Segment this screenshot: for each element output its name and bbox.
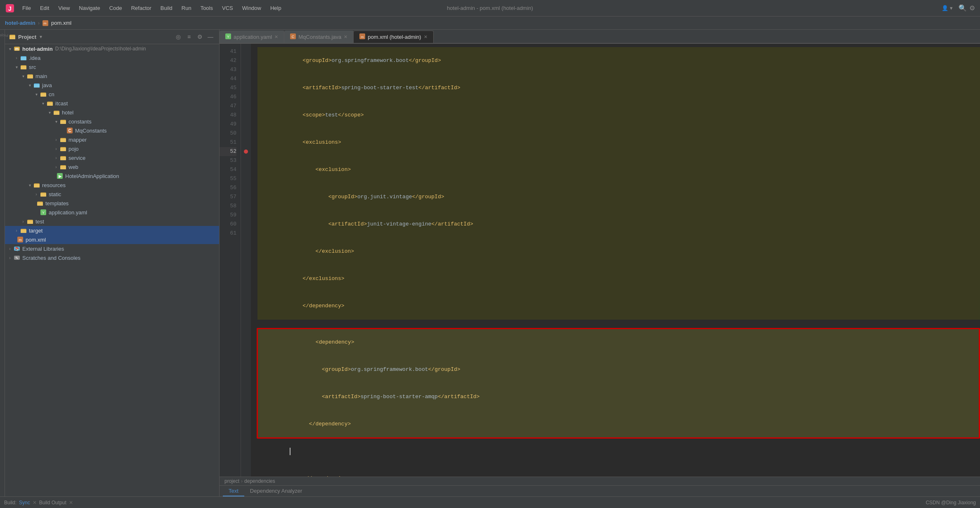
menu-tools[interactable]: Tools <box>196 3 217 13</box>
menu-build[interactable]: Build <box>156 3 177 13</box>
tree-item-hotel[interactable]: ▾ hotel <box>5 108 219 117</box>
tree-label-main: main <box>35 73 47 79</box>
tree-item-resources[interactable]: ▾ resources <box>5 180 219 190</box>
bottom-tab-dependency-analyzer[interactable]: Dependency Analyzer <box>244 486 308 496</box>
account-icon[interactable]: 👤 ▾ <box>942 5 953 11</box>
tree-item-application-yaml[interactable]: Y application.yaml <box>5 208 219 217</box>
tree-item-src[interactable]: ▾ src <box>5 62 219 71</box>
tree-item-web[interactable]: › web <box>5 162 219 171</box>
tree-item-scratches[interactable]: › ✎ Scratches and Consoles <box>5 253 219 262</box>
tree-label-idea: .idea <box>29 55 40 61</box>
breadcrumb-project[interactable]: hotel-admin <box>5 20 35 26</box>
svg-rect-45 <box>27 221 33 224</box>
tree-item-HotelAdminApplication[interactable]: ▶ HotelAdminApplication <box>5 171 219 180</box>
tree-item-pojo[interactable]: › pojo <box>5 144 219 153</box>
gutter-44 <box>241 74 251 83</box>
tree-arrow-web: › <box>53 164 59 170</box>
tree-item-templates[interactable]: templates <box>5 199 219 208</box>
tab-application-yaml-close[interactable]: ✕ <box>274 34 278 40</box>
sync-btn[interactable]: Sync <box>19 500 30 506</box>
gutter-42 <box>241 56 251 65</box>
line-num-60: 60 <box>220 220 236 229</box>
tree-item-test[interactable]: › test <box>5 217 219 226</box>
tab-yaml-icon: Y <box>225 33 231 40</box>
menu-refactor[interactable]: Refactor <box>127 3 156 13</box>
tree-label-src: src <box>29 64 36 70</box>
menu-file[interactable]: File <box>18 3 35 13</box>
tab-pom-xml[interactable]: m pom.xml (hotel-admin) ✕ <box>354 31 433 43</box>
itcast-folder-icon <box>46 100 54 107</box>
tree-item-external-libs[interactable]: › 📚 External Libraries <box>5 244 219 253</box>
tree-item-itcast[interactable]: ▾ itcast <box>5 99 219 108</box>
constants-folder-icon <box>59 118 67 125</box>
line-num-41: 41 <box>220 47 236 56</box>
svg-text:m: m <box>15 47 19 51</box>
tree-item-java[interactable]: ▾ java <box>5 81 219 90</box>
tree-item-cn[interactable]: ▾ cn <box>5 90 219 99</box>
target-folder-icon <box>20 227 27 234</box>
code-line-44: <exclusions> <box>257 129 980 156</box>
settings-icon[interactable]: ⚙ <box>969 4 975 12</box>
breadcrumb-nav-project[interactable]: project <box>224 478 239 484</box>
gutter-47 <box>241 102 251 111</box>
main-layout: Project Project ▾ ◎ ≡ ⚙ — ▾ <box>0 30 980 496</box>
sync-close[interactable]: ✕ <box>33 500 37 506</box>
line-num-59: 59 <box>220 211 236 220</box>
tree-label-templates: templates <box>45 200 68 207</box>
collapse-all-btn[interactable]: ≡ <box>184 32 194 41</box>
tree-item-constants[interactable]: ▾ constants <box>5 117 219 126</box>
svg-rect-33 <box>60 166 66 169</box>
svg-text:m: m <box>44 21 47 25</box>
build-output-close[interactable]: ✕ <box>69 500 73 506</box>
sidebar-dropdown-arrow[interactable]: ▾ <box>40 34 42 40</box>
menu-code[interactable]: Code <box>105 3 126 13</box>
options-btn[interactable]: ⚙ <box>195 32 204 41</box>
menu-navigate[interactable]: Navigate <box>75 3 104 13</box>
cn-folder-icon <box>40 90 47 98</box>
tab-application-yaml[interactable]: Y application.yaml ✕ <box>220 31 284 43</box>
tree-item-static[interactable]: › static <box>5 190 219 199</box>
locate-file-btn[interactable]: ◎ <box>174 32 183 41</box>
tree-item-MqConstants[interactable]: C MqConstants <box>5 126 219 135</box>
code-editor[interactable]: <groupId>org.springframework.boot</group… <box>251 44 980 477</box>
line-num-49: 49 <box>220 120 236 129</box>
sidebar-header-icons: ◎ ≡ ⚙ — <box>174 32 215 41</box>
scratches-icon: ✎ <box>13 254 21 261</box>
menu-edit[interactable]: Edit <box>36 3 53 13</box>
tab-MqConstants-close[interactable]: ✕ <box>344 34 347 40</box>
tree-arrow-pom-xml <box>13 236 17 243</box>
gutter-60 <box>241 220 251 229</box>
menu-run[interactable]: Run <box>177 3 196 13</box>
hide-btn[interactable]: — <box>206 32 215 41</box>
svg-text:Y: Y <box>42 211 45 215</box>
menu-view[interactable]: View <box>54 3 74 13</box>
breadcrumb-file[interactable]: pom.xml <box>51 20 71 26</box>
tree-arrow-hotel-admin: ▾ <box>7 45 13 52</box>
line-num-43: 43 <box>220 65 236 74</box>
tree-item-main[interactable]: ▾ main <box>5 71 219 81</box>
tab-pom-xml-close[interactable]: ✕ <box>424 34 427 40</box>
code-line-43: <scope>test</scope> <box>257 102 980 129</box>
tree-item-target[interactable]: › target <box>5 226 219 235</box>
code-line-48: </exclusion> <box>257 238 980 265</box>
tab-MqConstants[interactable]: C MqConstants.java ✕ <box>284 31 354 43</box>
build-output-btn[interactable]: Build Output <box>39 500 66 506</box>
menu-help[interactable]: Help <box>266 3 286 13</box>
bottom-tab-text[interactable]: Text <box>223 486 244 496</box>
tree-item-service[interactable]: › service <box>5 153 219 162</box>
svg-text:C: C <box>292 35 295 39</box>
search-everywhere-icon[interactable]: 🔍 <box>959 4 967 12</box>
editor-area: Y application.yaml ✕ C MqConstants.java … <box>220 30 980 496</box>
external-libs-icon: 📚 <box>13 245 21 252</box>
menu-window[interactable]: Window <box>238 3 265 13</box>
tree-item-idea[interactable]: › .idea <box>5 53 219 62</box>
tree-label-itcast: itcast <box>55 100 68 107</box>
menu-vcs[interactable]: VCS <box>218 3 237 13</box>
tree-item-pom-xml[interactable]: m pom.xml <box>5 235 219 244</box>
tree-item-mapper[interactable]: › mapper <box>5 135 219 144</box>
breadcrumb-nav-dependencies[interactable]: dependencies <box>244 478 275 484</box>
tree-arrow-target: › <box>13 227 20 234</box>
tree-item-hotel-admin[interactable]: ▾ m hotel-admin D:\DingJiaxiong\IdeaProj… <box>5 44 219 53</box>
svg-text:📚: 📚 <box>15 247 20 252</box>
svg-rect-41 <box>37 202 43 206</box>
